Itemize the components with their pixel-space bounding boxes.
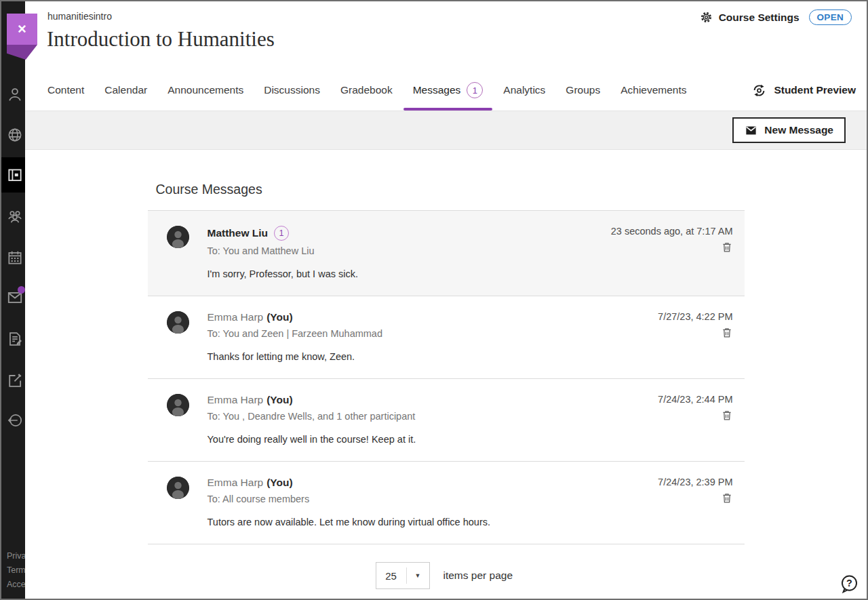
course-header: humanitiesintro Introduction to Humaniti… — [25, 1, 867, 70]
message-preview: I'm sorry, Professor, but I was sick. — [208, 268, 611, 279]
page-title: Introduction to Humanities — [47, 27, 275, 52]
message-sender: Emma Harp — [208, 311, 264, 323]
accessibility-link[interactable]: Accessibility — [7, 578, 25, 592]
message-timestamp: 23 seconds ago, at 7:17 AM — [611, 226, 733, 237]
new-message-button[interactable]: New Message — [732, 117, 846, 143]
courses-icon[interactable] — [6, 166, 24, 184]
close-icon[interactable]: × — [7, 14, 37, 45]
calendar-icon[interactable] — [6, 249, 24, 266]
gear-icon — [700, 11, 713, 24]
groups-icon[interactable] — [6, 207, 24, 225]
items-per-page-label: items per page — [443, 569, 513, 582]
messages-action-bar: New Message — [25, 111, 867, 150]
message-recipients: To: You and Matthew Liu — [208, 245, 611, 256]
section-title: Course Messages — [156, 182, 745, 197]
message-row[interactable]: Emma Harp (You) To: All course members T… — [148, 462, 745, 544]
tab-discussions[interactable]: Discussions — [254, 70, 330, 111]
base-navigation-sidebar: Privacy Terms Accessibility — [1, 1, 25, 599]
message-timestamp: 7/24/23, 2:39 PM — [658, 477, 732, 487]
trash-icon — [721, 492, 733, 504]
help-button[interactable]: ? — [839, 574, 860, 595]
course-page: humanitiesintro Introduction to Humaniti… — [25, 1, 867, 599]
sender-you-suffix: (You) — [267, 394, 292, 406]
sender-you-suffix: (You) — [267, 311, 292, 323]
avatar — [167, 394, 189, 416]
student-preview-label: Student Preview — [774, 84, 856, 96]
delete-message-button[interactable] — [721, 409, 733, 422]
tab-achievements[interactable]: Achievements — [611, 70, 696, 111]
tools-edit-icon[interactable] — [6, 372, 24, 389]
message-row[interactable]: Emma Harp (You) To: You and Zeen | Farze… — [148, 296, 745, 379]
chevron-down-icon: ▼ — [407, 572, 429, 579]
course-settings-button[interactable]: Course Settings — [700, 11, 800, 24]
message-list: Matthew Liu 1 To: You and Matthew Liu I'… — [148, 210, 745, 544]
tab-gradebook[interactable]: Gradebook — [331, 70, 402, 111]
trash-icon — [721, 409, 733, 422]
trash-icon — [721, 326, 733, 339]
new-message-label: New Message — [764, 124, 833, 136]
messages-count-badge: 1 — [467, 82, 483, 98]
message-preview: Tutors are now available. Let me know du… — [208, 517, 658, 527]
items-per-page-value: 25 — [376, 570, 406, 582]
tab-groups[interactable]: Groups — [556, 70, 610, 111]
pagination: 25 ▼ items per page — [376, 562, 745, 600]
ribbon-tail — [7, 45, 37, 60]
course-id: humanitiesintro — [47, 11, 112, 22]
unread-count-badge: 1 — [274, 226, 289, 241]
tab-analytics[interactable]: Analytics — [494, 70, 555, 111]
delete-message-button[interactable] — [721, 492, 733, 504]
message-timestamp: 7/27/23, 4:22 PM — [658, 311, 732, 322]
organizations-globe-icon[interactable] — [6, 126, 24, 144]
message-recipients: To: You , Deandre Wells, and 1 other par… — [208, 411, 658, 422]
terms-link[interactable]: Terms — [7, 563, 25, 578]
message-preview: You're doing really well in the course! … — [208, 434, 658, 445]
message-recipients: To: All course members — [208, 494, 658, 504]
course-settings-label: Course Settings — [719, 12, 800, 24]
help-question-icon: ? — [839, 574, 860, 595]
items-per-page-select[interactable]: 25 ▼ — [376, 562, 430, 589]
tab-calendar[interactable]: Calendar — [95, 70, 157, 111]
message-sender: Matthew Liu — [208, 227, 269, 239]
message-preview: Thanks for letting me know, Zeen. — [208, 351, 658, 362]
message-row[interactable]: Matthew Liu 1 To: You and Matthew Liu I'… — [148, 211, 745, 296]
delete-message-button[interactable] — [721, 326, 733, 339]
student-preview-icon — [751, 83, 767, 98]
legal-links: Privacy Terms Accessibility — [7, 549, 25, 592]
grades-icon[interactable] — [6, 330, 24, 348]
privacy-link[interactable]: Privacy — [7, 549, 25, 563]
avatar — [167, 477, 189, 499]
avatar — [167, 311, 189, 334]
avatar — [167, 226, 189, 248]
course-status-badge[interactable]: OPEN — [809, 9, 852, 25]
profile-icon[interactable] — [6, 85, 24, 103]
messages-content: Course Messages Matthew Liu 1 To: You an… — [25, 150, 867, 600]
close-course-ribbon[interactable]: × — [7, 14, 37, 60]
envelope-icon — [745, 124, 757, 137]
message-sender: Emma Harp — [208, 477, 264, 489]
delete-message-button[interactable] — [721, 241, 733, 254]
tab-announcements[interactable]: Announcements — [158, 70, 253, 111]
tab-messages[interactable]: Messages 1 — [403, 70, 493, 111]
messages-notification-dot — [18, 286, 25, 294]
trash-icon — [721, 241, 733, 254]
sign-out-icon[interactable] — [6, 412, 24, 429]
tab-content[interactable]: Content — [38, 70, 94, 111]
message-recipients: To: You and Zeen | Farzeen Muhammad — [208, 328, 658, 339]
message-row[interactable]: Emma Harp (You) To: You , Deandre Wells,… — [148, 379, 745, 462]
svg-text:?: ? — [846, 578, 852, 588]
student-preview-button[interactable]: Student Preview — [751, 70, 856, 111]
sender-you-suffix: (You) — [267, 477, 292, 489]
message-timestamp: 7/24/23, 2:44 PM — [658, 394, 732, 405]
course-tabbar: Content Calendar Announcements Discussio… — [25, 70, 867, 111]
message-sender: Emma Harp — [208, 394, 264, 406]
